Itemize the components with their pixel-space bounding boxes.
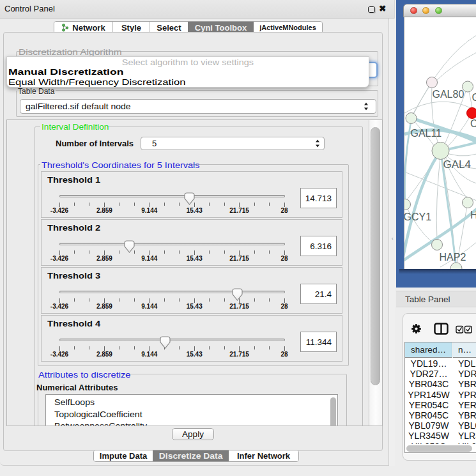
svg-text:HAP2: HAP2 [440,252,466,263]
svg-text:GAL11: GAL11 [411,128,442,139]
svg-text:C: C [470,118,476,129]
svg-text:GAL4: GAL4 [443,158,471,171]
svg-text:GA: GA [472,92,476,103]
svg-text:H: H [470,210,476,220]
svg-text:GAL80: GAL80 [433,89,464,100]
svg-text:GCY1: GCY1 [404,211,431,222]
